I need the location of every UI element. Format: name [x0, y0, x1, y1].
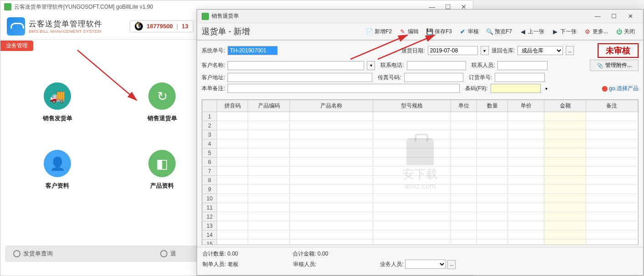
- table-row[interactable]: 12: [203, 212, 638, 221]
- audit-button[interactable]: ✔审核: [456, 26, 482, 37]
- cell[interactable]: [544, 221, 586, 230]
- cell[interactable]: [544, 130, 586, 139]
- cell[interactable]: [477, 130, 508, 139]
- cell[interactable]: [248, 130, 289, 139]
- orderno-field[interactable]: [495, 73, 545, 82]
- cell[interactable]: [451, 203, 477, 212]
- cell[interactable]: [508, 230, 544, 240]
- customer-field[interactable]: [228, 61, 364, 70]
- cell[interactable]: [289, 158, 373, 167]
- cell[interactable]: [586, 112, 638, 121]
- column-header[interactable]: 产品名称: [289, 100, 373, 112]
- cell[interactable]: [373, 112, 451, 121]
- date-picker-icon[interactable]: ▾: [481, 46, 489, 55]
- cell[interactable]: [451, 240, 477, 245]
- table-row[interactable]: 8: [203, 176, 638, 185]
- cell[interactable]: [248, 158, 289, 167]
- column-header[interactable]: 金额: [544, 100, 586, 112]
- column-header[interactable]: 拼音码: [217, 100, 248, 112]
- table-row[interactable]: 2: [203, 121, 638, 130]
- cell[interactable]: [248, 203, 289, 212]
- wh-lookup-button[interactable]: ...: [566, 46, 574, 55]
- cell[interactable]: [289, 221, 373, 230]
- cell[interactable]: [217, 221, 248, 230]
- cell[interactable]: [586, 185, 638, 194]
- cell[interactable]: [373, 130, 451, 139]
- return-wh-select[interactable]: 成品仓库: [517, 46, 563, 55]
- cell[interactable]: [477, 240, 508, 245]
- cell[interactable]: [451, 212, 477, 221]
- nav-customer[interactable]: 👤 客户资料: [28, 150, 87, 190]
- cell[interactable]: [508, 240, 544, 245]
- product-grid[interactable]: 安下载 anxz.com 拼音码产品编码产品名称型号规格单位数量单价金额备注 1…: [202, 99, 639, 245]
- cell[interactable]: [544, 167, 586, 176]
- biz-select[interactable]: [405, 260, 446, 269]
- cell[interactable]: [477, 203, 508, 212]
- table-row[interactable]: 10: [203, 194, 638, 203]
- nav-return[interactable]: ↻ 销售退货单: [132, 82, 192, 123]
- cell[interactable]: [451, 176, 477, 185]
- cell[interactable]: [477, 121, 508, 130]
- cell[interactable]: [508, 148, 544, 158]
- cell[interactable]: [289, 194, 373, 203]
- cell[interactable]: [248, 176, 289, 185]
- cell[interactable]: [217, 194, 248, 203]
- column-header[interactable]: 备注: [586, 100, 638, 112]
- cell[interactable]: [586, 221, 638, 230]
- cell[interactable]: [373, 121, 451, 130]
- remark-field[interactable]: [228, 84, 460, 93]
- cell[interactable]: [289, 230, 373, 240]
- cell[interactable]: [586, 167, 638, 176]
- cell[interactable]: [477, 185, 508, 194]
- column-header[interactable]: 数量: [477, 100, 508, 112]
- cell[interactable]: [248, 212, 289, 221]
- cell[interactable]: [373, 167, 451, 176]
- cell[interactable]: [217, 203, 248, 212]
- address-field[interactable]: [228, 73, 372, 82]
- cell[interactable]: [289, 139, 373, 148]
- side-tab-business[interactable]: 业务管理: [0, 41, 33, 51]
- new-button[interactable]: 📄新增F2: [362, 26, 396, 37]
- cell[interactable]: [477, 212, 508, 221]
- cell[interactable]: [373, 203, 451, 212]
- cell[interactable]: [544, 148, 586, 158]
- cell[interactable]: [586, 158, 638, 167]
- cell[interactable]: [544, 158, 586, 167]
- cell[interactable]: [477, 176, 508, 185]
- cell[interactable]: [586, 139, 638, 148]
- cell[interactable]: [451, 112, 477, 121]
- cell[interactable]: [248, 194, 289, 203]
- cell[interactable]: [586, 240, 638, 245]
- return-date-field[interactable]: [428, 46, 478, 55]
- cell[interactable]: [217, 130, 248, 139]
- cell[interactable]: [508, 112, 544, 121]
- cell[interactable]: [586, 203, 638, 212]
- select-product-link[interactable]: ⬤go.选择产品: [602, 85, 639, 92]
- cell[interactable]: [451, 130, 477, 139]
- cell[interactable]: [289, 167, 373, 176]
- cell[interactable]: [248, 230, 289, 240]
- cell[interactable]: [289, 203, 373, 212]
- table-row[interactable]: 4: [203, 139, 638, 148]
- table-row[interactable]: 5: [203, 148, 638, 158]
- cell[interactable]: [508, 139, 544, 148]
- column-header[interactable]: 单价: [508, 100, 544, 112]
- next-button[interactable]: ▶下一张: [548, 26, 580, 37]
- table-row[interactable]: 1: [203, 112, 638, 121]
- cell[interactable]: [451, 139, 477, 148]
- table-row[interactable]: 11: [203, 203, 638, 212]
- table-row[interactable]: 9: [203, 185, 638, 194]
- cell[interactable]: [451, 185, 477, 194]
- column-header[interactable]: 产品编码: [248, 100, 289, 112]
- close-button-toolbar[interactable]: ⏻关闭: [612, 26, 639, 37]
- cell[interactable]: [544, 230, 586, 240]
- cell[interactable]: [477, 194, 508, 203]
- cell[interactable]: [373, 185, 451, 194]
- cell[interactable]: [508, 212, 544, 221]
- edit-button[interactable]: ✎编辑: [396, 26, 422, 37]
- cell[interactable]: [477, 148, 508, 158]
- cell[interactable]: [508, 130, 544, 139]
- cell[interactable]: [373, 212, 451, 221]
- customer-dropdown-icon[interactable]: ▾: [367, 61, 375, 70]
- cell[interactable]: [508, 203, 544, 212]
